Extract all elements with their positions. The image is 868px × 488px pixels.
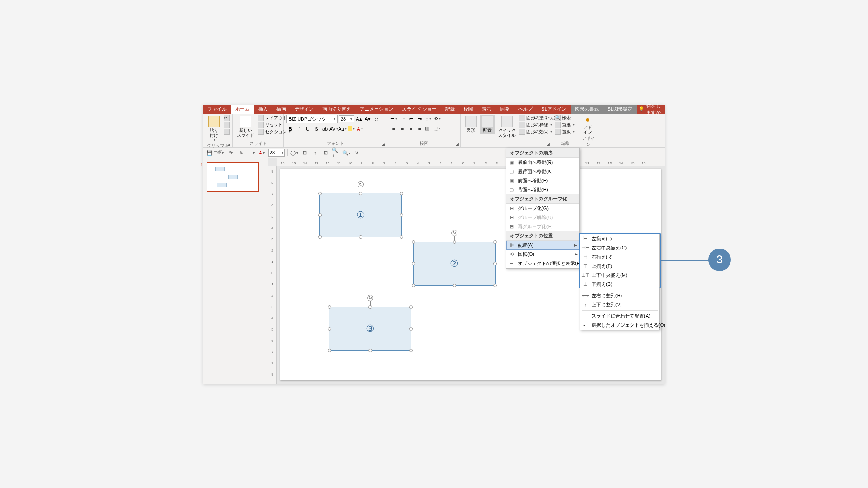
align-right[interactable]: ⊣右揃え(R)	[580, 252, 659, 262]
tab-file[interactable]: ファイル	[203, 105, 231, 114]
clipboard-dialog-launcher[interactable]: ◢	[226, 141, 231, 147]
send-to-back[interactable]: ▢最背面へ移動(K)	[506, 167, 579, 176]
qat-icon-1[interactable]: ✎	[237, 149, 245, 157]
new-slide-button[interactable]: 新しい スライド	[235, 115, 256, 138]
qat-align[interactable]: ⊞	[301, 149, 309, 157]
align-to-selected[interactable]: ✓選択したオブジェクトを揃える(O)	[580, 321, 659, 330]
copy-button[interactable]	[224, 122, 230, 128]
increase-font-button[interactable]: A▴	[355, 115, 363, 123]
tab-slshape[interactable]: SL図形設定	[603, 105, 637, 114]
align-center-button[interactable]: ≡	[398, 124, 406, 132]
bring-to-front[interactable]: ▣最前面へ移動(R)	[506, 158, 579, 167]
qat-zoomin[interactable]: 🔍+	[332, 149, 340, 157]
bold-button[interactable]: B	[286, 125, 294, 133]
text-direction-button[interactable]: ⟲▾	[433, 115, 441, 123]
smartart-button[interactable]: ⬚▾	[433, 124, 441, 132]
selection-pane[interactable]: ☰オブジェクトの選択と表示(P)...	[506, 259, 579, 268]
find-button[interactable]: 🔍検索	[555, 115, 575, 121]
qat-distribute[interactable]: ↕	[311, 149, 319, 157]
align-right-button[interactable]: ≡	[407, 124, 415, 132]
shapes-button[interactable]: 図形	[464, 115, 478, 134]
numbering-button[interactable]: ≡▾	[398, 115, 406, 123]
bring-forward[interactable]: ▣前面へ移動(F)	[506, 176, 579, 185]
align-left[interactable]: ⊢左揃え(L)	[580, 234, 659, 243]
tab-format[interactable]: 図形の書式	[571, 105, 603, 114]
tab-view[interactable]: 表示	[477, 105, 496, 114]
tab-sladdin[interactable]: SLアドイン	[537, 105, 570, 114]
shape-1[interactable]: ①	[319, 193, 402, 237]
align-bottom[interactable]: ⊥下揃え(B)	[580, 280, 659, 289]
indent-inc-button[interactable]: ⇥	[416, 115, 424, 123]
cut-button[interactable]: ✂	[224, 115, 230, 121]
tab-help[interactable]: ヘルプ	[514, 105, 537, 114]
paste-button[interactable]: 貼り付け ▾	[206, 115, 222, 143]
tab-home[interactable]: ホーム	[231, 105, 254, 114]
columns-button[interactable]: ▥▾	[424, 124, 432, 132]
qat-fontsize[interactable]: 28▾	[268, 149, 285, 157]
replace-button[interactable]: 置換▾	[555, 122, 575, 128]
shape-2[interactable]: ②	[413, 242, 496, 286]
tab-developer[interactable]: 開発	[496, 105, 514, 114]
align-submenu[interactable]: ⊫配置(A)▶	[506, 241, 579, 250]
qat-zoomout[interactable]: 🔍-	[342, 149, 350, 157]
align-center-h[interactable]: ⊣⊢左右中央揃え(C)	[580, 243, 659, 252]
spacing-button[interactable]: AV▾	[330, 125, 338, 133]
align-to-slide[interactable]: スライドに合わせて配置(A)	[580, 311, 659, 321]
quick-styles-button[interactable]: クイック スタイル	[496, 115, 517, 138]
qat-customize[interactable]: ⊽	[353, 149, 361, 157]
align-top[interactable]: ⊤上揃え(T)	[580, 262, 659, 271]
font-dialog-launcher[interactable]: ◢	[381, 141, 386, 147]
paragraph-dialog-launcher[interactable]: ◢	[454, 141, 460, 147]
tab-review[interactable]: 校閲	[459, 105, 477, 114]
indent-dec-button[interactable]: ⇤	[407, 115, 415, 123]
underline-button[interactable]: U	[304, 125, 312, 133]
align-middle[interactable]: ⊥⊤上下中央揃え(M)	[580, 271, 659, 280]
shape-3[interactable]: ③	[329, 307, 411, 351]
qat-crop[interactable]: ⊡	[322, 149, 329, 157]
rotate-submenu[interactable]: ⟲回転(O)▶	[506, 250, 579, 259]
font-size-combo[interactable]: 28▾	[339, 115, 354, 122]
font-name-combo[interactable]: BIZ UDPゴシック▾	[286, 115, 338, 123]
arrange-button[interactable]: 配置	[480, 115, 495, 134]
align-left-button[interactable]: ≡	[390, 124, 398, 132]
distribute-v[interactable]: ↕上下に整列(V)	[580, 300, 659, 309]
select-button[interactable]: 選択▾	[555, 129, 575, 135]
line-spacing-button[interactable]: ↕▾	[424, 115, 432, 123]
tab-record[interactable]: 記録	[441, 105, 459, 114]
tab-design[interactable]: デザイン	[290, 105, 318, 114]
rotation-handle-icon[interactable]	[358, 181, 364, 187]
tell-me-search[interactable]: 💡 何をしますか	[638, 105, 665, 114]
case-button[interactable]: Aa▾	[339, 125, 346, 133]
slide-thumbnail-1[interactable]	[207, 162, 259, 192]
qat-shape[interactable]: ◯▾	[290, 149, 298, 157]
rotation-handle-icon[interactable]	[367, 295, 373, 301]
decrease-font-button[interactable]: A▾	[364, 115, 372, 123]
tab-slideshow[interactable]: スライド ショー	[398, 105, 441, 114]
italic-button[interactable]: I	[295, 125, 303, 133]
distribute-h[interactable]: ⟷左右に整列(H)	[580, 291, 659, 300]
qat-bullets[interactable]: ☰▾	[247, 149, 255, 157]
align-middle-icon: ⊥⊤	[582, 272, 589, 278]
tab-animations[interactable]: アニメーション	[355, 105, 398, 114]
addins-button[interactable]: ●アド イン	[582, 115, 594, 136]
highlight-button[interactable]: ▾	[347, 125, 355, 133]
font-color-button[interactable]: A▾	[356, 125, 364, 133]
tab-draw[interactable]: 描画	[272, 105, 290, 114]
tab-transitions[interactable]: 画面切り替え	[318, 105, 355, 114]
send-backward[interactable]: ▢背面へ移動(B)	[506, 185, 579, 194]
qat-fontcolor[interactable]: A▾	[258, 149, 266, 157]
rotation-handle-icon[interactable]	[451, 230, 457, 236]
format-painter-button[interactable]	[224, 129, 230, 135]
strike-button[interactable]: S	[312, 125, 320, 133]
tab-insert[interactable]: 挿入	[254, 105, 272, 114]
clear-format-button[interactable]: ◇	[372, 115, 380, 123]
group[interactable]: ⊞グループ化(G)	[506, 204, 579, 213]
bring-front-icon: ▣	[508, 159, 515, 166]
shadow-button[interactable]: ab	[321, 125, 329, 133]
editing-group-label: 編集	[555, 141, 576, 147]
drawing-dialog-launcher[interactable]: ◢	[546, 141, 551, 147]
submenu-arrow-icon: ▶	[575, 252, 578, 256]
addin-icon: ●	[585, 116, 590, 124]
justify-button[interactable]: ≡	[416, 124, 424, 132]
bullets-button[interactable]: ☰▾	[390, 115, 398, 123]
